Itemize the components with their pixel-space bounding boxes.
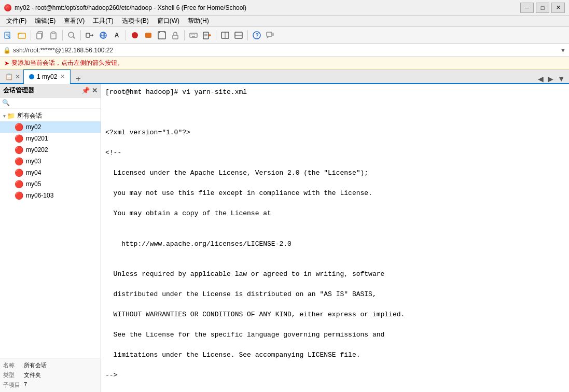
- globe-button[interactable]: [97, 29, 109, 41]
- minimize-button[interactable]: ─: [520, 3, 534, 13]
- folder-icon: 📁: [7, 112, 15, 120]
- menu-view[interactable]: 查看(V): [60, 16, 89, 26]
- info-row-children: 子项目 7: [3, 380, 98, 390]
- session-manager-tab-close[interactable]: ✕: [15, 73, 20, 80]
- session-icon-my04: 🔴: [15, 169, 23, 177]
- tab-nav-menu[interactable]: ▼: [556, 75, 567, 83]
- tab-nav-prev[interactable]: ◀: [536, 75, 546, 83]
- sidebar-search-bar: 🔍: [0, 97, 101, 108]
- session-item-my03[interactable]: 🔴 my03: [0, 156, 101, 167]
- speech-button[interactable]: [264, 29, 276, 41]
- session-item-my0201[interactable]: 🔴 my0201: [0, 133, 101, 144]
- window-controls: ─ □ ✕: [520, 3, 565, 13]
- keyboard-button[interactable]: [187, 29, 200, 41]
- red-circle-button[interactable]: [129, 29, 141, 41]
- session-label-my03: my03: [26, 158, 41, 165]
- menu-tools[interactable]: 工具(T): [89, 16, 117, 26]
- toolbar-sep-4: [126, 30, 126, 40]
- session-icon-my06-103: 🔴: [15, 191, 23, 200]
- tab-label: 1 my02: [37, 73, 57, 80]
- info-row-type: 类型 文件夹: [3, 370, 98, 380]
- session-item-my02[interactable]: 🔴 my02: [0, 121, 101, 133]
- connect-button[interactable]: [84, 29, 96, 41]
- menu-window[interactable]: 窗口(W): [153, 16, 184, 26]
- menu-help[interactable]: 帮助(H): [184, 16, 213, 26]
- add-tab-button[interactable]: +: [74, 75, 82, 83]
- open-button[interactable]: [16, 29, 28, 41]
- app-icon: [4, 4, 11, 11]
- sidebar-search-icon: 🔍: [2, 99, 10, 106]
- paste-button[interactable]: [47, 29, 60, 41]
- hint-arrow-icon: ➤: [4, 60, 9, 67]
- copy-button[interactable]: [34, 29, 46, 41]
- session-item-my06-103[interactable]: 🔴 my06-103: [0, 190, 101, 201]
- fullscreen-button[interactable]: [156, 29, 168, 41]
- sidebar-pin-button[interactable]: 📌: [81, 87, 90, 94]
- menu-file[interactable]: 文件(F): [2, 16, 31, 26]
- close-button[interactable]: ✕: [551, 3, 565, 13]
- tab-nav: ◀ ▶ ▼: [536, 75, 567, 83]
- toolbar-sep-3: [80, 30, 81, 40]
- info-type-label: 类型: [3, 371, 24, 379]
- sidebar-info-panel: 名称 所有会话 类型 文件夹 子项目 7: [0, 358, 101, 392]
- svg-rect-22: [190, 33, 197, 37]
- session-label-my04: my04: [26, 169, 41, 176]
- session-label-my06-103: my06-103: [26, 192, 53, 199]
- svg-point-9: [68, 32, 74, 37]
- lock-button[interactable]: [169, 29, 182, 41]
- svg-marker-13: [92, 34, 93, 37]
- info-row-name: 名称 所有会话: [3, 360, 98, 370]
- session-manager-tab-btn[interactable]: 📋 ✕: [2, 71, 23, 83]
- svg-rect-8: [52, 32, 55, 34]
- session-label-my0202: my0202: [26, 146, 48, 153]
- maximize-button[interactable]: □: [536, 3, 549, 13]
- split-button[interactable]: [219, 29, 231, 41]
- tab-dot-icon: [29, 74, 34, 79]
- session-group-all[interactable]: ▾ 📁 所有会话: [0, 110, 101, 121]
- svg-text:?: ?: [256, 33, 259, 38]
- menu-tabs[interactable]: 选项卡(B): [118, 16, 153, 26]
- tab-nav-next[interactable]: ▶: [546, 75, 556, 83]
- tab-close-button[interactable]: ✕: [60, 73, 65, 80]
- sidebar-close-button[interactable]: ✕: [92, 87, 98, 94]
- address-bar: 🔒 ssh://root:******@192.168.56.100:22 ▼: [0, 44, 569, 57]
- session-icon-my02: 🔴: [15, 123, 23, 131]
- group-label: 所有会话: [17, 111, 42, 120]
- svg-rect-19: [145, 33, 151, 38]
- svg-line-10: [73, 37, 75, 38]
- terminal-area[interactable]: [root@hmt hadoop]# vi yarn-site.xml <?xm…: [101, 84, 569, 392]
- toolbar: A ?: [0, 27, 569, 44]
- font-button[interactable]: A: [110, 29, 123, 41]
- session-item-my04[interactable]: 🔴 my04: [0, 167, 101, 178]
- session-label-my05: my05: [26, 180, 41, 188]
- tab-bar: 📋 ✕ 1 my02 ✕ + ◀ ▶ ▼: [0, 69, 569, 84]
- content-area: 会话管理器 📌 ✕ 🔍 ▾ 📁 所有会话 🔴 my02: [0, 84, 569, 392]
- session-hint-text: 要添加当前会话，点击左侧的箭头按钮。: [11, 59, 123, 67]
- orange-button[interactable]: [142, 29, 155, 41]
- session-item-my05[interactable]: 🔴 my05: [0, 178, 101, 190]
- session-label-my0201: my0201: [26, 135, 48, 142]
- script-button[interactable]: [201, 29, 213, 41]
- toolbar-sep-1: [31, 30, 31, 40]
- session-manager-icon: 📋: [5, 73, 13, 80]
- session-label-my02: my02: [26, 123, 41, 131]
- split-horiz-button[interactable]: [232, 29, 245, 41]
- address-dropdown-arrow[interactable]: ▼: [560, 47, 566, 53]
- expand-icon: ▾: [3, 113, 6, 119]
- menubar: 文件(F) 编辑(E) 查看(V) 工具(T) 选项卡(B) 窗口(W) 帮助(…: [0, 16, 569, 27]
- tab-my02[interactable]: 1 my02 ✕: [23, 69, 71, 83]
- help-button[interactable]: ?: [251, 29, 263, 41]
- info-children-label: 子项目: [3, 381, 24, 389]
- toolbar-sep-7: [247, 30, 248, 40]
- sidebar-search-input[interactable]: [10, 100, 99, 106]
- menu-edit[interactable]: 编辑(E): [31, 16, 60, 26]
- search-button[interactable]: [65, 29, 78, 41]
- toolbar-sep-6: [216, 30, 216, 40]
- svg-rect-11: [86, 33, 90, 37]
- window-title: my02 - root@hmt:/opt/soft/hadoop260/etc/…: [15, 4, 520, 11]
- session-item-my0202[interactable]: 🔴 my0202: [0, 144, 101, 156]
- new-session-button[interactable]: [2, 29, 15, 41]
- main-area: 📋 ✕ 1 my02 ✕ + ◀ ▶ ▼ 会话管理器 📌 ✕ 🔍: [0, 69, 569, 392]
- toolbar-sep-5: [184, 30, 185, 40]
- session-icon-my0201: 🔴: [15, 134, 23, 143]
